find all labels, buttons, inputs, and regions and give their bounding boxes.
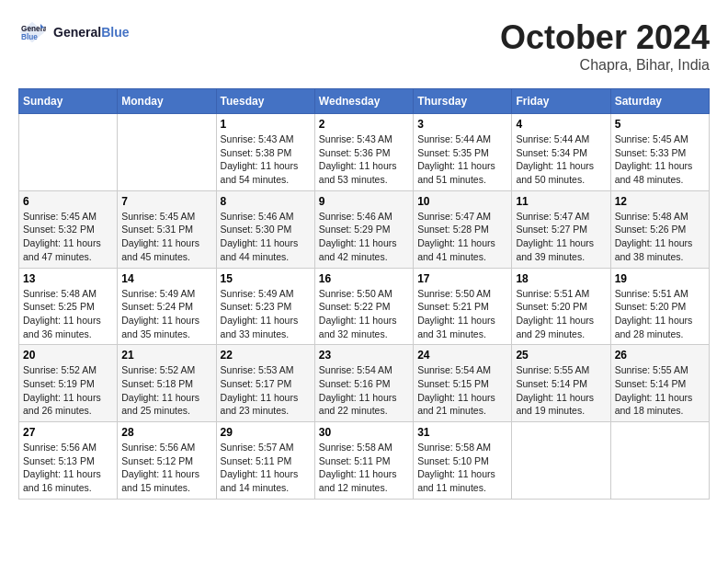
day-info: Sunrise: 5:43 AM Sunset: 5:36 PM Dayligh… [319,132,409,187]
day-info: Sunrise: 5:49 AM Sunset: 5:24 PM Dayligh… [121,287,211,341]
day-number: 13 [23,272,113,285]
calendar-table: SundayMondayTuesdayWednesdayThursdayFrid… [18,88,710,500]
day-info: Sunrise: 5:52 AM Sunset: 5:18 PM Dayligh… [121,363,211,418]
day-number: 31 [417,426,507,439]
calendar-week-row: 13Sunrise: 5:48 AM Sunset: 5:25 PM Dayli… [19,268,710,345]
day-number: 11 [516,195,606,208]
day-info: Sunrise: 5:53 AM Sunset: 5:17 PM Dayligh… [221,363,311,418]
calendar-cell [19,114,118,191]
day-number: 28 [121,426,211,439]
day-info: Sunrise: 5:44 AM Sunset: 5:34 PM Dayligh… [516,132,606,187]
day-number: 5 [615,118,705,131]
month-title: October 2024 [500,18,710,57]
day-number: 24 [417,349,507,362]
calendar-week-row: 6Sunrise: 5:45 AM Sunset: 5:32 PM Daylig… [19,190,710,268]
calendar-cell: 14Sunrise: 5:49 AM Sunset: 5:24 PM Dayli… [118,268,216,345]
day-info: Sunrise: 5:45 AM Sunset: 5:32 PM Dayligh… [23,210,113,264]
calendar-cell: 11Sunrise: 5:47 AM Sunset: 5:27 PM Dayli… [512,190,610,268]
svg-text:General: General [21,25,46,33]
calendar-cell: 26Sunrise: 5:55 AM Sunset: 5:14 PM Dayli… [610,345,709,422]
calendar-cell: 4Sunrise: 5:44 AM Sunset: 5:34 PM Daylig… [512,114,610,191]
day-info: Sunrise: 5:54 AM Sunset: 5:15 PM Dayligh… [417,363,507,418]
day-number: 6 [23,195,113,208]
calendar-week-row: 1Sunrise: 5:43 AM Sunset: 5:38 PM Daylig… [19,114,710,191]
day-info: Sunrise: 5:48 AM Sunset: 5:25 PM Dayligh… [23,287,113,341]
day-info: Sunrise: 5:55 AM Sunset: 5:14 PM Dayligh… [516,363,606,418]
logo-blue: Blue [101,25,129,40]
day-info: Sunrise: 5:58 AM Sunset: 5:10 PM Dayligh… [417,441,507,495]
day-info: Sunrise: 5:52 AM Sunset: 5:19 PM Dayligh… [23,363,113,418]
calendar-cell: 8Sunrise: 5:46 AM Sunset: 5:30 PM Daylig… [216,190,314,268]
day-number: 9 [319,195,409,208]
day-info: Sunrise: 5:45 AM Sunset: 5:31 PM Dayligh… [121,210,211,264]
calendar-cell: 27Sunrise: 5:56 AM Sunset: 5:13 PM Dayli… [19,422,118,500]
calendar-cell: 25Sunrise: 5:55 AM Sunset: 5:14 PM Dayli… [512,345,610,422]
day-number: 10 [417,195,507,208]
calendar-cell [610,422,709,500]
day-info: Sunrise: 5:48 AM Sunset: 5:26 PM Dayligh… [615,210,705,264]
calendar-cell: 6Sunrise: 5:45 AM Sunset: 5:32 PM Daylig… [19,190,118,268]
day-info: Sunrise: 5:49 AM Sunset: 5:23 PM Dayligh… [221,287,311,341]
day-info: Sunrise: 5:47 AM Sunset: 5:28 PM Dayligh… [417,210,507,264]
calendar-cell: 28Sunrise: 5:56 AM Sunset: 5:12 PM Dayli… [118,422,216,500]
day-number: 2 [319,118,409,131]
logo-icon: General Blue [18,18,46,46]
calendar-cell: 18Sunrise: 5:51 AM Sunset: 5:20 PM Dayli… [512,268,610,345]
day-number: 23 [319,349,409,362]
calendar-cell: 23Sunrise: 5:54 AM Sunset: 5:16 PM Dayli… [314,345,413,422]
title-block: October 2024 Chapra, Bihar, India [500,18,710,74]
calendar-cell: 21Sunrise: 5:52 AM Sunset: 5:18 PM Dayli… [118,345,216,422]
day-info: Sunrise: 5:43 AM Sunset: 5:38 PM Dayligh… [221,132,311,187]
calendar-cell: 10Sunrise: 5:47 AM Sunset: 5:28 PM Dayli… [414,190,512,268]
calendar-cell: 17Sunrise: 5:50 AM Sunset: 5:21 PM Dayli… [414,268,512,345]
day-info: Sunrise: 5:46 AM Sunset: 5:30 PM Dayligh… [221,210,311,264]
calendar-cell: 15Sunrise: 5:49 AM Sunset: 5:23 PM Dayli… [216,268,314,345]
day-number: 30 [319,426,409,439]
day-number: 25 [516,349,606,362]
calendar-cell: 30Sunrise: 5:58 AM Sunset: 5:11 PM Dayli… [314,422,413,500]
day-number: 4 [516,118,606,131]
weekday-header-cell: Monday [118,89,216,114]
calendar-cell: 24Sunrise: 5:54 AM Sunset: 5:15 PM Dayli… [414,345,512,422]
calendar-cell: 19Sunrise: 5:51 AM Sunset: 5:20 PM Dayli… [610,268,709,345]
calendar-cell: 22Sunrise: 5:53 AM Sunset: 5:17 PM Dayli… [216,345,314,422]
day-number: 15 [221,272,311,285]
logo: General Blue GeneralBlue [18,18,129,46]
calendar-week-row: 27Sunrise: 5:56 AM Sunset: 5:13 PM Dayli… [19,422,710,500]
day-info: Sunrise: 5:51 AM Sunset: 5:20 PM Dayligh… [516,287,606,341]
calendar-cell: 9Sunrise: 5:46 AM Sunset: 5:29 PM Daylig… [314,190,413,268]
day-number: 8 [221,195,311,208]
day-info: Sunrise: 5:47 AM Sunset: 5:27 PM Dayligh… [516,210,606,264]
weekday-header-row: SundayMondayTuesdayWednesdayThursdayFrid… [19,89,710,114]
calendar-cell [118,114,216,191]
calendar-cell: 20Sunrise: 5:52 AM Sunset: 5:19 PM Dayli… [19,345,118,422]
day-number: 26 [615,349,705,362]
day-info: Sunrise: 5:57 AM Sunset: 5:11 PM Dayligh… [221,441,311,495]
logo-general: General [53,25,101,40]
svg-text:Blue: Blue [21,33,38,41]
weekday-header-cell: Thursday [414,89,512,114]
day-info: Sunrise: 5:50 AM Sunset: 5:21 PM Dayligh… [417,287,507,341]
location-title: Chapra, Bihar, India [500,57,710,74]
weekday-header-cell: Saturday [610,89,709,114]
day-info: Sunrise: 5:58 AM Sunset: 5:11 PM Dayligh… [319,441,409,495]
day-info: Sunrise: 5:55 AM Sunset: 5:14 PM Dayligh… [615,363,705,418]
calendar-cell: 31Sunrise: 5:58 AM Sunset: 5:10 PM Dayli… [414,422,512,500]
calendar-cell: 16Sunrise: 5:50 AM Sunset: 5:22 PM Dayli… [314,268,413,345]
day-number: 16 [319,272,409,285]
calendar-week-row: 20Sunrise: 5:52 AM Sunset: 5:19 PM Dayli… [19,345,710,422]
calendar-cell: 2Sunrise: 5:43 AM Sunset: 5:36 PM Daylig… [314,114,413,191]
day-number: 3 [417,118,507,131]
day-info: Sunrise: 5:54 AM Sunset: 5:16 PM Dayligh… [319,363,409,418]
calendar-cell: 1Sunrise: 5:43 AM Sunset: 5:38 PM Daylig… [216,114,314,191]
day-info: Sunrise: 5:45 AM Sunset: 5:33 PM Dayligh… [615,132,705,187]
calendar-cell: 12Sunrise: 5:48 AM Sunset: 5:26 PM Dayli… [610,190,709,268]
calendar-cell: 5Sunrise: 5:45 AM Sunset: 5:33 PM Daylig… [610,114,709,191]
calendar-cell [512,422,610,500]
page-header: General Blue GeneralBlue October 2024 Ch… [18,18,710,74]
day-number: 19 [615,272,705,285]
day-info: Sunrise: 5:51 AM Sunset: 5:20 PM Dayligh… [615,287,705,341]
weekday-header-cell: Wednesday [314,89,413,114]
weekday-header-cell: Tuesday [216,89,314,114]
calendar-cell: 13Sunrise: 5:48 AM Sunset: 5:25 PM Dayli… [19,268,118,345]
